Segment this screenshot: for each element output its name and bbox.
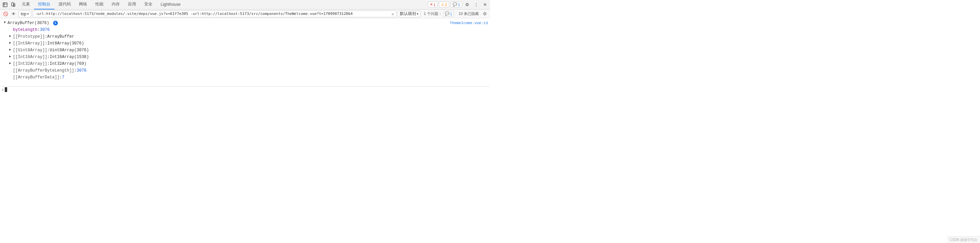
key-int32array: [[Int32Array]] — [13, 61, 47, 67]
key-arraybuffer-data: [[ArrayBufferData]] — [13, 74, 60, 80]
filter-toggle-btn[interactable]: 👁 — [10, 11, 17, 17]
key-arraybuffer-bytelength: [[ArrayBufferByteLength]] — [13, 68, 74, 74]
svg-rect-0 — [3, 3, 7, 7]
clear-icon: 🚫 — [3, 11, 8, 16]
filter-url-bar[interactable]: -url:http://localhost:5173/node_modules/… — [33, 11, 397, 17]
top-toolbar: 元素 控制台 源代码 网络 性能 内存 应用 安全 Lighthouse ✕ 1… — [0, 0, 490, 9]
array-buffer-label: ArrayBuffer(3076) — [8, 21, 49, 25]
warning-badge[interactable]: ⚠ 2 — [439, 2, 449, 8]
tab-memory[interactable]: 内存 — [108, 0, 124, 9]
log-level-selector[interactable]: 默认级别 ▾ — [398, 11, 421, 17]
message-count: 1 — [458, 3, 460, 7]
prop-arraybuffer-bytelength: [[ArrayBufferByteLength]] : 3076 — [0, 67, 490, 74]
issues-button[interactable]: 1 个问题： 💬 1 — [422, 11, 455, 17]
expand-prototype-arrow[interactable]: ▶ — [8, 33, 13, 39]
tab-elements[interactable]: 元素 — [18, 0, 34, 9]
settings-icon: ⚙ — [465, 2, 469, 7]
prop-byteLength: byteLength : 3076 — [0, 27, 490, 33]
cursor — [5, 87, 7, 92]
context-arrow: ▾ — [27, 12, 29, 16]
val-arraybuffer-bytelength: 3076 — [76, 68, 86, 74]
expand-int16-arrow[interactable]: ▶ — [8, 54, 13, 59]
error-badge[interactable]: ✕ 1 — [428, 2, 438, 8]
devtools-close-btn[interactable]: ✕ — [481, 1, 488, 8]
tab-performance[interactable]: 性能 — [91, 0, 108, 9]
val-int32array: Int32Array(769) — [50, 61, 86, 67]
message-badge[interactable]: 💬 1 — [450, 2, 462, 8]
info-icon[interactable]: i — [53, 21, 58, 25]
tab-application[interactable]: 应用 — [124, 0, 140, 9]
console-settings-btn[interactable]: ⚙ — [482, 11, 488, 17]
issues-label: 1 个问题： — [424, 11, 442, 16]
more-icon: ⋮ — [474, 2, 479, 7]
message-icon-small: 💬 — [445, 11, 450, 16]
gear-icon: ⚙ — [483, 11, 487, 16]
prop-int8array[interactable]: ▶ [[Int8Array]] : Int8Array(3076) — [0, 40, 490, 47]
val-byteLength: 3076 — [40, 27, 50, 33]
tab-sources[interactable]: 源代码 — [54, 0, 75, 9]
tab-lighthouse[interactable]: Lighthouse — [156, 0, 185, 9]
val-prototype: ArrayBuffer — [47, 33, 74, 40]
close-icon: ✕ — [483, 2, 487, 7]
sep-byteLength: : — [37, 27, 40, 33]
filter-url-value: -url:http://localhost:5173/node_modules/… — [35, 11, 390, 16]
context-label: top — [21, 11, 27, 16]
url-clear-icon[interactable]: ✕ — [391, 11, 394, 17]
console-output: ▼ ArrayBuffer(3076) i TheWelcome.vue:13 … — [0, 18, 490, 86]
tab-security[interactable]: 安全 — [140, 0, 156, 9]
issues-count-badge[interactable]: 💬 1 — [443, 11, 454, 17]
prop-prototype[interactable]: ▶ [[Prototype]] : ArrayBuffer — [0, 33, 490, 40]
key-uint8array: [[Uint8Array]] — [13, 47, 47, 53]
warning-icon: ⚠ — [441, 2, 444, 7]
warning-count: 2 — [445, 3, 447, 7]
context-selector[interactable]: top ▾ — [18, 11, 31, 17]
error-icon: ✕ — [430, 2, 433, 7]
prop-arraybuffer-data: [[ArrayBufferData]] : 7 — [0, 74, 490, 81]
expand-array-buffer-arrow[interactable]: ▼ — [2, 20, 8, 25]
val-uint8array: Uint8Array(3076) — [50, 47, 89, 53]
val-int16array: Int16Array(1538) — [50, 54, 89, 60]
sep-int8array: : — [45, 40, 47, 46]
key-prototype: [[Prototype]] — [13, 33, 45, 40]
prop-int32array[interactable]: ▶ [[Int32Array]] : Int32Array(769) — [0, 60, 490, 67]
prompt-arrow: › — [2, 87, 3, 92]
clear-console-btn[interactable]: 🚫 — [2, 11, 9, 17]
prop-uint8array[interactable]: ▶ [[Uint8Array]] : Uint8Array(3076) — [0, 47, 490, 54]
sep-prototype: : — [45, 33, 47, 40]
sep-arraybuffer-data: : — [60, 74, 62, 80]
source-reference[interactable]: TheWelcome.vue:13 — [443, 20, 488, 26]
array-buffer-header-line[interactable]: ▼ ArrayBuffer(3076) i TheWelcome.vue:13 — [0, 20, 490, 27]
console-toolbar: 🚫 👁 top ▾ -url:http://localhost:5173/nod… — [0, 9, 490, 18]
device-toggle-btn[interactable] — [10, 1, 17, 8]
tab-network[interactable]: 网络 — [75, 0, 91, 9]
val-arraybuffer-data: 7 — [62, 74, 64, 80]
message-icon: 💬 — [453, 2, 457, 7]
sep-int32array: : — [47, 61, 50, 67]
key-int8array: [[Int8Array]] — [13, 40, 45, 46]
key-byteLength: byteLength — [13, 27, 37, 33]
val-int8array: Int8Array(3076) — [47, 40, 84, 46]
devtools-more-btn[interactable]: ⋮ — [472, 1, 480, 8]
eye-icon: 👁 — [11, 11, 16, 16]
level-arrow: ▾ — [417, 12, 418, 16]
sep-int16array: : — [47, 54, 50, 60]
tab-navigation: 元素 控制台 源代码 网络 性能 内存 应用 安全 Lighthouse — [18, 0, 185, 9]
issues-count: 1 — [450, 12, 452, 16]
level-label: 默认级别 — [400, 11, 416, 17]
prop-int16array[interactable]: ▶ [[Int16Array]] : Int16Array(1538) — [0, 54, 490, 60]
expand-int8-arrow[interactable]: ▶ — [8, 40, 13, 46]
array-buffer-title: ArrayBuffer(3076) i — [8, 20, 58, 26]
sep-uint8array: : — [47, 47, 50, 53]
svg-rect-3 — [11, 3, 14, 6]
expand-uint8-arrow[interactable]: ▶ — [8, 47, 13, 53]
tab-console[interactable]: 控制台 — [34, 0, 54, 9]
sep-arraybuffer-bytelength: : — [74, 68, 76, 74]
toolbar-right: ✕ 1 ⚠ 2 💬 1 ⚙ ⋮ ✕ — [428, 1, 488, 8]
key-int16array: [[Int16Array]] — [13, 54, 47, 60]
console-output-area: ▼ ArrayBuffer(3076) i TheWelcome.vue:13 … — [0, 18, 490, 115]
hidden-count-label: 10 条已隐藏 — [459, 11, 479, 16]
expand-int32-arrow[interactable]: ▶ — [8, 61, 13, 66]
inspect-element-btn[interactable] — [2, 1, 9, 8]
devtools-settings-btn[interactable]: ⚙ — [463, 1, 471, 8]
console-input-line[interactable]: › — [0, 86, 490, 93]
